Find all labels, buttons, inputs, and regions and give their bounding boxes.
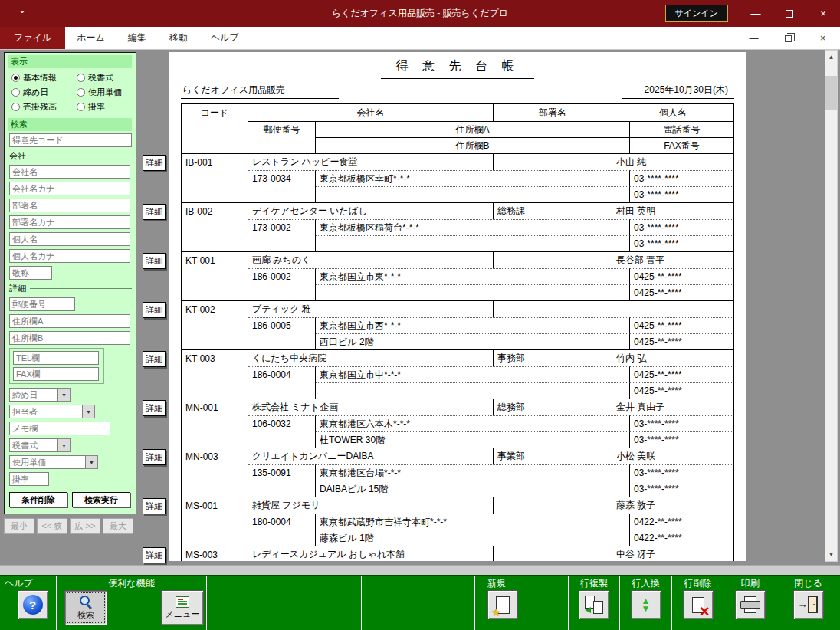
quick-access-chevron-icon[interactable]: ⌄ <box>18 5 26 15</box>
display-option-5[interactable]: 掛率 <box>77 101 130 113</box>
fax-input[interactable] <box>13 367 99 381</box>
detail-button[interactable]: 詳細 <box>143 155 166 171</box>
tax-dropdown-icon[interactable]: ▼ <box>58 438 71 452</box>
horizontal-scrollbar[interactable] <box>0 565 840 575</box>
display-option-3[interactable]: 使用単価 <box>77 87 130 98</box>
menu-item-1[interactable]: ホーム <box>65 27 116 49</box>
company-search-field-5[interactable] <box>9 249 130 263</box>
detail-button[interactable]: 詳細 <box>143 400 166 416</box>
unit-price-select: ▼ <box>9 455 132 469</box>
header-tel: 電話番号 <box>630 121 733 137</box>
display-option-4[interactable]: 売掛残高 <box>11 101 77 113</box>
display-option-0[interactable]: 基本情報 <box>11 72 77 84</box>
staff-input[interactable] <box>9 405 83 418</box>
search-button[interactable]: 検索 <box>64 590 107 625</box>
unit-price-dropdown-icon[interactable]: ▼ <box>86 455 98 469</box>
detail-button[interactable]: 詳細 <box>143 449 166 465</box>
child-minimize-button[interactable]: — <box>737 27 771 50</box>
sidebar-resize-button-1[interactable]: << 狭 <box>37 518 67 534</box>
record-address-b <box>316 284 630 300</box>
detail-button[interactable]: 詳細 <box>143 547 166 563</box>
scroll-thumb[interactable] <box>825 76 837 110</box>
detail-button[interactable]: 詳細 <box>143 253 166 269</box>
scroll-down-button[interactable]: ▼ <box>825 548 837 561</box>
company-search-field-4[interactable] <box>9 232 130 246</box>
child-close-icon: × <box>820 33 825 44</box>
company-field-group <box>8 165 132 263</box>
clear-conditions-button[interactable]: 条件削除 <box>9 492 67 507</box>
record-fax: 0425-**-**** <box>630 284 733 300</box>
record-code: MS-003 <box>182 546 248 561</box>
staff-dropdown-icon[interactable]: ▼ <box>83 405 95 418</box>
record-address-a: 東京都武蔵野市吉祥寺本町*-*-* <box>316 514 630 530</box>
record-tel: 03-****-**** <box>630 415 733 431</box>
address-a-input[interactable] <box>9 314 130 328</box>
memo-input[interactable] <box>9 422 110 435</box>
menu-item-0[interactable]: ファイル <box>0 27 65 49</box>
menu-item-3[interactable]: 移動 <box>158 27 199 49</box>
record-tel: 03-****-**** <box>630 219 733 235</box>
address-b-input[interactable] <box>9 331 130 345</box>
header-postal: 郵便番号 <box>248 121 316 137</box>
header-dept: 部署名 <box>494 104 612 121</box>
app-window: ⌄ らくだオフィス用品販売 - 販売らくだプロ サインイン — × ファイルホー… <box>0 0 840 630</box>
detail-button[interactable]: 詳細 <box>143 498 166 514</box>
child-restore-button[interactable] <box>771 27 806 50</box>
radio-label: 売掛残高 <box>23 101 57 113</box>
minimize-icon: — <box>751 8 761 19</box>
maximize-icon <box>786 10 793 18</box>
company-search-field-2[interactable] <box>9 199 130 212</box>
scroll-up-button[interactable]: ▲ <box>825 51 837 64</box>
detail-button[interactable]: 詳細 <box>143 204 166 220</box>
header-fax: FAX番号 <box>630 137 733 153</box>
help-button[interactable]: ? <box>18 590 48 619</box>
tel-fax-frame <box>9 348 104 384</box>
ledger-title: 得 意 先 台 帳 <box>381 58 535 79</box>
company-search-field-1[interactable] <box>9 182 130 195</box>
display-section-title: 表示 <box>8 55 132 68</box>
help-icon: ? <box>23 595 43 615</box>
honorific-input[interactable] <box>9 266 52 280</box>
minimize-button[interactable]: — <box>739 0 773 27</box>
company-search-field-3[interactable] <box>9 215 130 229</box>
close-button[interactable]: × <box>806 0 840 27</box>
rate-input[interactable] <box>9 472 49 486</box>
detail-button[interactable]: 詳細 <box>143 351 166 367</box>
store-name: らくだオフィス用品販売 <box>181 84 339 99</box>
tel-input[interactable] <box>13 351 99 365</box>
swap-row-button[interactable]: ▲▼ <box>631 590 661 619</box>
scroll-track[interactable] <box>825 64 837 548</box>
signin-button[interactable]: サインイン <box>665 5 728 22</box>
closing-day-dropdown-icon[interactable]: ▼ <box>58 388 71 402</box>
run-search-button[interactable]: 検索実行 <box>72 492 130 507</box>
tax-format-input[interactable] <box>9 438 58 452</box>
closing-day-input[interactable] <box>9 388 58 402</box>
record-address-b <box>316 235 630 251</box>
unit-price-input[interactable] <box>9 455 86 469</box>
sidebar-resize-button-2[interactable]: 広 >> <box>70 518 100 534</box>
print-button[interactable] <box>735 590 766 619</box>
menu-item-2[interactable]: 編集 <box>116 27 158 49</box>
record-tel: 0422-**-**** <box>630 514 733 530</box>
delete-icon: × <box>692 597 704 613</box>
record-postal: 180-0004 <box>248 514 316 530</box>
detail-button[interactable]: 詳細 <box>143 302 166 318</box>
company-search-field-0[interactable] <box>9 165 130 179</box>
maximize-button[interactable] <box>773 0 806 27</box>
customer-record: KT-002 ブティック 雅 186-0005 東京都国立市西*-*-* 042… <box>182 300 733 349</box>
close-window-button[interactable]: → <box>793 590 824 619</box>
vertical-scrollbar[interactable]: ▲ ▼ <box>825 50 838 562</box>
menu-item-4[interactable]: ヘルプ <box>199 27 251 49</box>
display-option-1[interactable]: 税書式 <box>77 72 130 84</box>
display-option-2[interactable]: 締め日 <box>11 87 77 98</box>
postal-code-input[interactable] <box>9 297 75 311</box>
customer-code-input[interactable] <box>9 133 132 147</box>
sidebar-resize-button-3[interactable]: 最大 <box>103 518 133 534</box>
sidebar-resize-button-0[interactable]: 最小 <box>4 518 34 534</box>
new-record-button[interactable]: ★ <box>487 590 518 619</box>
display-options: 基本情報税書式締め日使用単価売掛残高掛率 <box>8 71 132 117</box>
delete-row-button[interactable]: × <box>683 590 714 619</box>
duplicate-row-button[interactable] <box>579 590 609 619</box>
child-close-button[interactable]: × <box>806 27 840 50</box>
record-code: IB-001 <box>182 154 248 170</box>
